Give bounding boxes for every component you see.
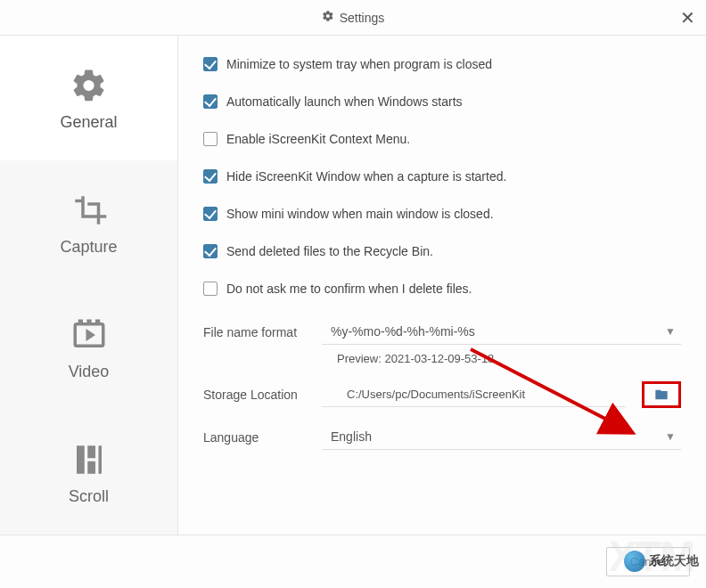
svg-rect-4 [87, 445, 95, 458]
option-recyclebin[interactable]: Send deleted files to the Recycle Bin. [203, 244, 681, 258]
checkbox-icon[interactable] [203, 57, 218, 71]
watermark-text: 系统天地 [649, 553, 699, 569]
chevron-down-icon: ▼ [665, 325, 676, 338]
svg-rect-6 [98, 445, 102, 474]
option-autolaunch[interactable]: Automatically launch when Windows starts [203, 94, 681, 109]
svg-rect-1 [86, 319, 91, 323]
browse-folder-button[interactable] [642, 381, 681, 408]
svg-rect-5 [87, 461, 95, 473]
option-label: Send deleted files to the Recycle Bin. [226, 244, 433, 258]
crop-icon [69, 190, 110, 231]
gear-icon [322, 10, 334, 25]
filename-preview: Preview: 2021-03-12-09-53-18 [337, 352, 681, 365]
watermark: 系统天地 [624, 551, 699, 572]
scroll-icon [69, 439, 110, 480]
checkbox-icon[interactable] [203, 169, 218, 184]
sidebar-item-label: Scroll [69, 487, 109, 506]
option-label: Minimize to system tray when program is … [226, 57, 492, 71]
checkbox-icon[interactable] [203, 244, 218, 258]
storage-location-row: Storage Location C:/Users/pc/Documents/i… [203, 381, 681, 408]
titlebar: Settings ✕ [0, 0, 706, 36]
checkbox-icon[interactable] [203, 132, 218, 146]
option-minimize[interactable]: Minimize to system tray when program is … [203, 57, 681, 71]
sidebar-item-label: Capture [60, 238, 117, 257]
footer: Cancel [0, 535, 706, 588]
option-miniwindow[interactable]: Show mini window when main window is clo… [203, 207, 681, 221]
sidebar-item-general[interactable]: General [0, 36, 177, 160]
option-contextmenu[interactable]: Enable iScreenKit Context Menu. [203, 132, 681, 146]
chevron-down-icon: ▼ [665, 430, 676, 443]
globe-icon [624, 551, 645, 572]
filename-format-value: %y-%mo-%d-%h-%mi-%s [331, 324, 475, 339]
checkbox-icon[interactable] [203, 282, 218, 296]
svg-rect-0 [78, 319, 82, 323]
storage-label: Storage Location [203, 388, 306, 402]
option-label: Show mini window when main window is clo… [226, 207, 494, 221]
settings-panel: Minimize to system tray when program is … [178, 36, 706, 535]
checkbox-icon[interactable] [203, 94, 218, 109]
language-value: English [331, 429, 372, 444]
option-hidewindow[interactable]: Hide iScreenKit Window when a capture is… [203, 169, 681, 184]
folder-icon [653, 388, 669, 402]
option-noconfirm[interactable]: Do not ask me to confirm when I delete f… [203, 282, 681, 296]
window-title: Settings [340, 11, 385, 25]
svg-rect-3 [77, 445, 85, 474]
checkbox-icon[interactable] [203, 207, 218, 221]
language-label: Language [203, 430, 306, 445]
language-select[interactable]: English ▼ [322, 424, 681, 450]
storage-location-value: C:/Users/pc/Documents/iScreenKit [322, 382, 626, 407]
option-label: Automatically launch when Windows starts [226, 94, 463, 109]
option-label: Hide iScreenKit Window when a capture is… [226, 169, 506, 184]
language-row: Language English ▼ [203, 424, 681, 450]
svg-rect-2 [95, 319, 100, 323]
filename-label: File name format [203, 325, 306, 339]
filename-format-select[interactable]: %y-%mo-%d-%h-%mi-%s ▼ [322, 319, 681, 345]
sidebar-item-scroll[interactable]: Scroll [0, 410, 177, 535]
sidebar-item-label: Video [69, 363, 110, 381]
sidebar-item-capture[interactable]: Capture [0, 160, 177, 285]
sidebar-item-video[interactable]: Video [0, 285, 177, 410]
option-label: Do not ask me to confirm when I delete f… [226, 282, 472, 296]
sidebar-item-label: General [60, 113, 117, 132]
option-label: Enable iScreenKit Context Menu. [226, 132, 410, 146]
video-icon [69, 314, 110, 355]
sidebar: General Capture Video Scroll [0, 36, 178, 535]
gear-large-icon [69, 65, 110, 106]
close-icon[interactable]: ✕ [680, 7, 695, 29]
filename-format-row: File name format %y-%mo-%d-%h-%mi-%s ▼ [203, 319, 681, 345]
